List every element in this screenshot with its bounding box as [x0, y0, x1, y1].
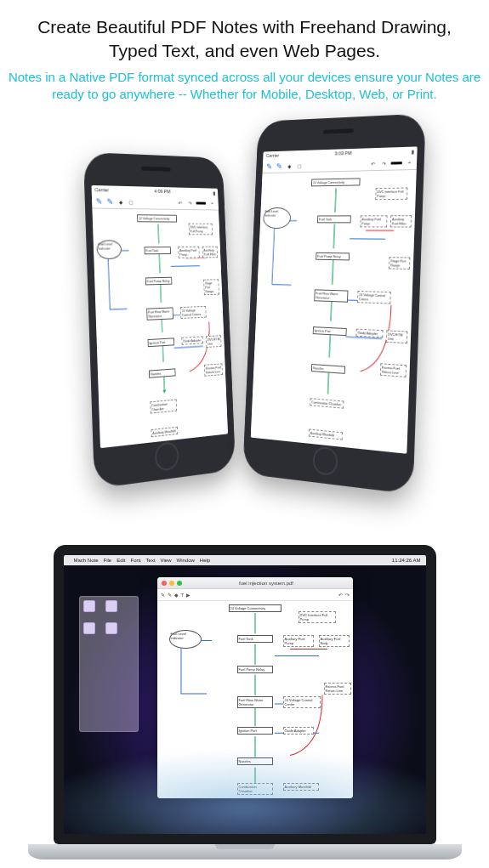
clock-label: 3:03 PM: [334, 150, 351, 157]
marker-icon[interactable]: ✎: [105, 197, 113, 206]
tool-pen-icon[interactable]: ✎: [161, 592, 165, 598]
diagram-box: Fuel Level Indicator: [169, 630, 202, 649]
note-canvas[interactable]: 24 Voltage Connectivity DVC Interface Fu…: [92, 209, 228, 448]
diagram-box: Auxiliary Fuel Pump: [178, 247, 200, 258]
phone-small: Carrier 4:09 PM ▮ ✎ ✎ ◆ ▢ ↶ ↷ ＋: [83, 152, 236, 489]
subheadline: Notes in a Native PDF format synced acro…: [0, 67, 489, 112]
panel-thumb[interactable]: [105, 622, 117, 634]
diagram-box: 24 Voltage Control Center: [357, 291, 391, 304]
menu-edit[interactable]: Edit: [117, 558, 125, 563]
minimize-icon[interactable]: [169, 581, 174, 586]
menu-text[interactable]: Text: [146, 558, 156, 563]
headline: Create Beautiful PDF Notes with Freehand…: [0, 0, 489, 67]
add-icon[interactable]: ＋: [405, 158, 413, 167]
mac-menubar: Mach Note File Edit Font Text View Windo…: [64, 555, 426, 565]
menu-window[interactable]: Window: [176, 558, 194, 563]
diagram-box: Stage Port Range: [389, 257, 410, 269]
menubar-clock: 11:24:26 AM: [392, 558, 421, 563]
diagram-box: Excess Fuel Return Line: [324, 683, 351, 695]
phone-small-screen: Carrier 4:09 PM ▮ ✎ ✎ ◆ ▢ ↶ ↷ ＋: [91, 185, 228, 448]
battery-icon: ▮: [412, 149, 414, 155]
tool-undo-icon[interactable]: ↶: [338, 592, 343, 598]
diagram-box: Fuel Flow Water Generator: [237, 696, 273, 708]
tool-text-icon[interactable]: T: [181, 593, 185, 598]
menu-view[interactable]: View: [161, 558, 172, 563]
diagram-box: 24 Voltage Connectivity: [311, 179, 361, 187]
diagram-box: Fuel Pump Relay: [145, 277, 173, 286]
menu-font[interactable]: Font: [131, 558, 141, 563]
diagram-box: Stage Port Range: [203, 279, 219, 295]
menu-help[interactable]: Help: [200, 558, 210, 563]
diagram-box: Auxiliary Fuel Filter: [202, 247, 219, 258]
color-swatch[interactable]: [196, 202, 206, 205]
phone-large-screen: Carrier 3:03 PM ▮ ✎ ✎ ◆ ▢ ↶ ↷ ＋: [251, 147, 418, 454]
laptop-body: Mach Note File Edit Font Text View Windo…: [54, 545, 436, 844]
clock-label: 4:09 PM: [154, 189, 170, 195]
phone-large: Carrier 3:03 PM ▮ ✎ ✎ ◆ ▢ ↶ ↷ ＋: [242, 114, 426, 495]
window-toolbar: ✎ ✎ ◆ T ▶ ↶ ↷: [157, 589, 353, 601]
diagram-box: 24 Voltage Control Center: [283, 696, 321, 708]
phone-mockups: Carrier 4:09 PM ▮ ✎ ✎ ◆ ▢ ↶ ↷ ＋: [0, 111, 489, 477]
redo-icon[interactable]: ↷: [186, 199, 194, 207]
diagram-box: DVC Interface Full Pump: [189, 224, 213, 235]
panel-thumb[interactable]: [83, 600, 95, 612]
battery-icon: ▮: [213, 190, 215, 196]
diagram-box: Excess Fuel Return Line: [204, 364, 223, 377]
carrier-label: Carrier: [94, 187, 109, 194]
diagram-box: Fuel Tank: [237, 635, 273, 643]
close-icon[interactable]: [162, 581, 167, 586]
panel-thumb[interactable]: [83, 622, 95, 634]
screen-glow: [64, 749, 426, 834]
pen-icon[interactable]: ✎: [95, 197, 104, 206]
diagram-box: DVC Interface Full Pump: [375, 188, 407, 201]
diagram-box: Excess Fuel Return Line: [380, 363, 407, 377]
diagram-box: Auxiliary Fuel Pump: [360, 215, 387, 227]
square-icon[interactable]: ▢: [128, 198, 135, 207]
shape-icon[interactable]: ◆: [117, 197, 124, 206]
note-canvas[interactable]: 24 Voltage Connectivity DVC Interface Fu…: [251, 170, 417, 453]
diagram-box: Fuel Flow Water Generator: [146, 308, 173, 321]
tool-marker-icon[interactable]: ✎: [168, 592, 172, 598]
diagram-box: 24 Voltage Connectivity: [229, 604, 281, 612]
zoom-icon[interactable]: [177, 581, 182, 586]
diagram-box: Fuel Pump Relay: [237, 666, 273, 673]
color-swatch[interactable]: [391, 162, 402, 164]
panel-thumb[interactable]: [105, 600, 117, 612]
diagram-box: Auxiliary Fuel Pump: [283, 635, 314, 647]
desktop-panel: [79, 596, 139, 732]
diagram-box: 24 Voltage Control Center: [180, 306, 207, 319]
diagram-box: DVC/ETM Unit: [386, 331, 407, 344]
window-titlebar: fuel injection system.pdf: [157, 577, 353, 589]
undo-icon[interactable]: ↶: [368, 160, 377, 168]
laptop-base: [28, 844, 462, 859]
add-icon[interactable]: ＋: [208, 200, 216, 208]
diagram-box: Oxide Adapter: [283, 727, 314, 735]
diagram-box: 24 Voltage Connectivity: [137, 214, 177, 222]
diagram-box: DVC Interface Full Pump: [299, 611, 336, 623]
diagram-box: Fuel Flow Water Generator: [314, 290, 348, 303]
diagram-box: Auxiliary Fuel Filter: [390, 215, 412, 227]
marker-icon[interactable]: ✎: [276, 162, 283, 171]
tool-redo-icon[interactable]: ↷: [345, 592, 350, 598]
redo-icon[interactable]: ↷: [379, 159, 388, 167]
tool-play-icon[interactable]: ▶: [186, 592, 190, 598]
carrier-label: Carrier: [266, 153, 280, 159]
window-title: fuel injection system.pdf: [185, 581, 349, 586]
diagram-box: DVC/ETM Unit: [206, 335, 222, 348]
menu-file[interactable]: File: [104, 558, 112, 563]
square-icon[interactable]: ▢: [296, 162, 304, 170]
diagram-box: Fuel Tank: [144, 247, 171, 254]
tool-shape-icon[interactable]: ◆: [174, 592, 179, 598]
diagram-box: Oxide Adapter: [355, 329, 383, 338]
shape-icon[interactable]: ◆: [286, 162, 293, 170]
undo-icon[interactable]: ↶: [176, 199, 184, 207]
diagram-box: Auxiliary Fuel Body: [319, 635, 350, 647]
diagram-box: Ignition Port: [237, 727, 273, 735]
menu-app[interactable]: Mach Note: [74, 558, 99, 563]
diagram-box: Oxide Adapter: [181, 337, 203, 345]
diagram-box: Fuel Pump Relay: [316, 252, 350, 261]
laptop-screen: Mach Note File Edit Font Text View Windo…: [64, 555, 426, 834]
pen-icon[interactable]: ✎: [265, 162, 273, 171]
laptop-mockup: Mach Note File Edit Font Text View Windo…: [28, 545, 462, 859]
diagram-box: Fuel Tank: [317, 216, 351, 224]
